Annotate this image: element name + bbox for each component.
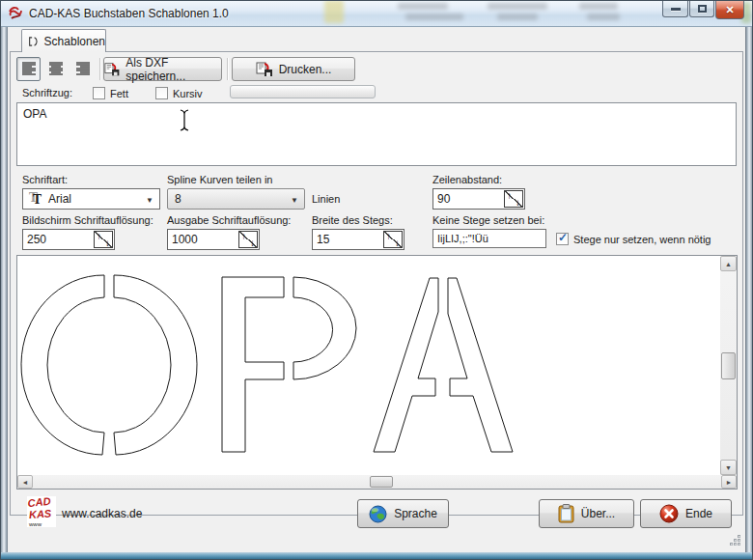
minimize-icon <box>671 8 681 11</box>
stencil-letter-A-left <box>374 278 438 452</box>
app-icon <box>8 6 23 21</box>
stencil-letter-A-right <box>448 278 513 452</box>
zeilenabstand-spinner[interactable]: 90 ↑ ↓ <box>432 188 525 210</box>
spin-button[interactable]: ↑ ↓ <box>383 231 403 248</box>
align-right-icon <box>75 62 91 76</box>
spin-up-icon[interactable]: ↑ <box>97 231 101 241</box>
exit-icon <box>659 504 679 523</box>
font-value: Arial <box>48 192 71 206</box>
window-border-right <box>745 27 753 552</box>
spline-select[interactable]: 8 ▼ <box>167 188 305 210</box>
tab-schablonen[interactable]: Schablonen <box>21 29 106 52</box>
spin-down-icon[interactable]: ↓ <box>105 238 110 248</box>
check-icon: ✓ <box>558 231 568 244</box>
horizontal-scroll-thumb[interactable] <box>370 476 393 488</box>
clipboard-icon <box>558 504 574 523</box>
website-link[interactable]: www.cadkas.de <box>62 507 142 520</box>
font-select[interactable]: TT Arial ▼ <box>22 188 160 210</box>
progress-bar <box>230 85 376 98</box>
application-window: CAD-KAS Buchstaben Schablonen 1.0 ✕ Scha… <box>0 0 753 560</box>
spin-button[interactable]: ↑ ↓ <box>504 190 523 208</box>
bildschirm-spinner[interactable]: 250 ↑ ↓ <box>22 229 115 250</box>
stencil-preview: ▲ ▼ ◄ ► <box>16 255 738 490</box>
close-icon: ✕ <box>725 4 734 16</box>
stencil-drawing <box>17 256 720 475</box>
scroll-down-button[interactable]: ▼ <box>720 460 737 475</box>
titlebar-reflection <box>488 3 547 10</box>
breite-spinner[interactable]: 15 ↑ ↓ <box>312 229 404 250</box>
stencil-letter-O-left <box>21 275 104 455</box>
scroll-right-button[interactable]: ► <box>721 475 737 489</box>
maximize-icon <box>698 5 707 13</box>
scroll-left-icon: ◄ <box>22 479 29 486</box>
fett-label[interactable]: Fett <box>110 88 128 99</box>
kursiv-checkbox[interactable] <box>155 87 168 99</box>
close-button[interactable]: ✕ <box>715 1 744 19</box>
scroll-up-icon: ▲ <box>725 261 732 267</box>
spin-button[interactable]: ↑ ↓ <box>94 231 113 248</box>
save-dxf-icon <box>104 62 120 77</box>
toolbar-separator <box>99 58 100 80</box>
save-dxf-button[interactable]: Als DXF speichern... <box>103 57 222 81</box>
ibeam-cursor <box>179 109 190 132</box>
maximize-button[interactable] <box>689 1 714 17</box>
spin-up-icon[interactable]: ↑ <box>507 190 512 201</box>
resize-grip[interactable] <box>730 535 741 546</box>
zeilenabstand-label: Zeilenabstand: <box>432 174 502 185</box>
ende-label: Ende <box>685 507 712 520</box>
cadkas-logo: CAD KAS www <box>27 496 56 527</box>
align-left-button[interactable] <box>16 57 41 81</box>
titlebar-reflection <box>398 3 448 10</box>
align-center-icon <box>48 62 64 76</box>
spin-up-icon[interactable]: ↑ <box>241 231 246 241</box>
chevron-down-icon: ▼ <box>291 196 298 205</box>
align-center-button[interactable] <box>43 57 68 81</box>
toolbar-separator <box>227 58 228 80</box>
titlebar-reflection <box>579 3 618 10</box>
align-left-icon <box>21 62 37 76</box>
vertical-scrollbar[interactable]: ▲ ▼ <box>720 256 737 475</box>
ausgabe-value: 1000 <box>172 233 198 246</box>
scroll-up-button[interactable]: ▲ <box>720 256 737 271</box>
truetype-icon: TT <box>28 192 43 206</box>
horizontal-scrollbar[interactable]: ◄ ► <box>17 475 737 489</box>
fett-checkbox[interactable] <box>93 87 105 99</box>
stege-checkbox[interactable]: ✓ <box>556 233 569 245</box>
scroll-left-button[interactable]: ◄ <box>17 475 33 489</box>
minimize-button[interactable] <box>662 1 688 17</box>
ueber-label: Über... <box>581 507 615 520</box>
tab-label: Schablonen <box>44 35 105 48</box>
titlebar[interactable]: CAD-KAS Buchstaben Schablonen 1.0 ✕ <box>0 0 753 27</box>
spin-down-icon[interactable]: ↓ <box>250 238 255 248</box>
stege-checkbox-label[interactable]: Stege nur setzen, wenn nötig <box>573 234 711 245</box>
titlebar-reflection <box>405 14 463 20</box>
svg-text:KAS: KAS <box>29 507 53 520</box>
kursiv-label[interactable]: Kursiv <box>173 88 203 99</box>
svg-text:www: www <box>28 521 42 527</box>
bildschirm-label: Bildschirm Schriftauflösung: <box>22 214 153 226</box>
chevron-down-icon: ▼ <box>146 196 153 205</box>
stencil-letter-O-right <box>114 275 197 455</box>
print-icon <box>256 62 273 77</box>
stencil-icon <box>28 35 40 48</box>
ausgabe-spinner[interactable]: 1000 ↑ ↓ <box>167 229 260 250</box>
ueber-button[interactable]: Über... <box>539 499 634 528</box>
print-button[interactable]: Drucken... <box>232 57 355 81</box>
globe-icon <box>369 505 387 523</box>
sprache-button[interactable]: Sprache <box>357 499 449 528</box>
spin-button[interactable]: ↑ ↓ <box>238 231 258 248</box>
window-border-bottom <box>0 552 753 560</box>
scroll-down-icon: ▼ <box>725 464 732 471</box>
schriftzug-textarea[interactable]: OPA <box>16 102 737 166</box>
schriftzug-text: OPA <box>23 107 46 121</box>
spin-down-icon[interactable]: ↓ <box>516 197 520 208</box>
spin-down-icon[interactable]: ↓ <box>395 238 400 248</box>
spline-label: Spline Kurven teilen in <box>167 174 272 185</box>
spin-up-icon[interactable]: ↑ <box>386 231 391 241</box>
vertical-scroll-thumb[interactable] <box>721 352 736 379</box>
ende-button[interactable]: Ende <box>640 499 732 528</box>
ausgabe-label: Ausgabe Schriftauflösung: <box>167 214 291 226</box>
tab-page: Als DXF speichern... Drucken... Schriftz… <box>10 51 743 516</box>
align-right-button[interactable] <box>70 57 95 81</box>
keine-stege-input[interactable]: IijLIJ,;:"!Üü <box>432 229 546 248</box>
